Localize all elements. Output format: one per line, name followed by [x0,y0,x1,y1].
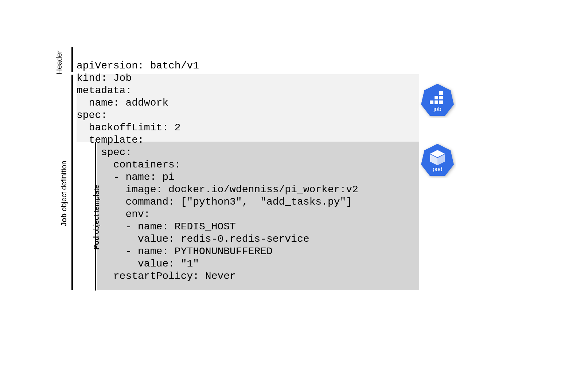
svg-rect-6 [439,100,443,104]
svg-rect-4 [430,100,433,104]
header-label: Header [55,51,63,75]
svg-rect-3 [439,96,443,99]
job-icon-label: job [433,106,441,112]
header-bracket [71,47,73,72]
code-line-5: spec: [77,110,107,121]
code-line-14: - name: REDIS_HOST [77,221,236,232]
code-line-17: value: "1" [77,258,199,269]
svg-rect-1 [439,91,443,95]
code-line-8: spec: [77,147,132,158]
code-line-7: template: [77,134,144,146]
code-line-18: restartPolicy: Never [77,271,236,282]
code-line-15: value: redis-0.redis-service [77,233,309,245]
code-line-12: command: ["python3", "add_tasks.py"] [77,196,352,208]
job-bracket [71,75,73,290]
code-line-11: image: docker.io/wdenniss/pi_worker:v2 [77,184,358,195]
code-line-1: apiVersion: batch/v1 [77,60,199,71]
code-line-3: metadata: [77,85,132,96]
svg-rect-2 [435,96,438,99]
job-icon: job [419,82,456,118]
pod-icon: pod [419,142,456,178]
code-line-4: name: addwork [77,97,168,108]
pod-icon-label: pod [433,166,443,172]
code-line-10: - name: pi [77,171,175,183]
svg-rect-5 [435,100,438,104]
code-line-6: backoffLimit: 2 [77,122,181,133]
code-line-2: kind: Job [77,72,132,84]
code-line-13: env: [77,209,150,220]
job-definition-label: Job object definition [60,161,68,226]
yaml-code-block: apiVersion: batch/v1 kind: Job metadata:… [77,47,358,283]
code-line-16: - name: PYTHONUNBUFFERED [77,246,273,257]
code-line-9: containers: [77,159,181,170]
